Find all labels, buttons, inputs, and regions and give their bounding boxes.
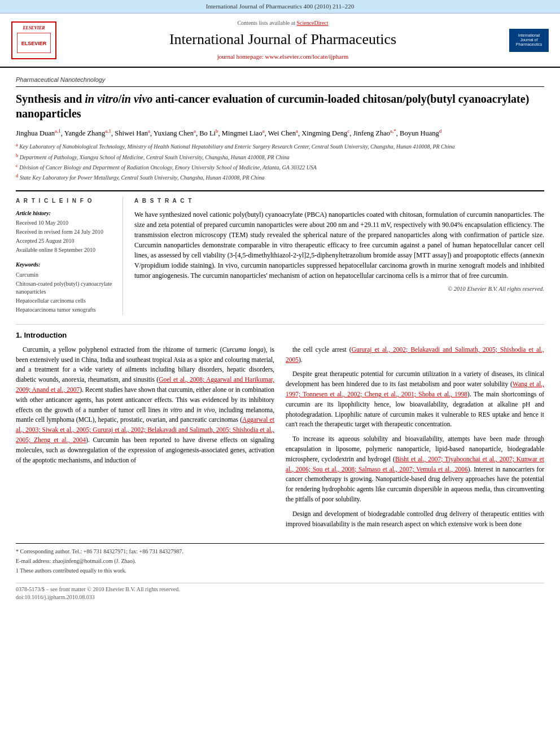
sciencedirect-line: Contents lists available at ScienceDirec… [68, 19, 498, 27]
abstract-body: We have synthesized novel cationic poly(… [134, 209, 544, 281]
abstract-heading: A B S T R A C T [134, 197, 544, 205]
paper-content: Pharmaceutical Nanotechnology Synthesis … [0, 68, 560, 612]
fn-email: E-mail address: zhaojinfeng@hotmail.com … [16, 557, 544, 565]
received-date: Received 10 May 2010 [16, 219, 115, 227]
intro-right-text: the cell cycle arrest (Gururaj et al., 2… [286, 345, 544, 530]
intro-section: 1. Introduction Curcumin, a yellow polyp… [16, 324, 544, 534]
intro-left-col: Curcumin, a yellow polyphenol extracted … [16, 345, 274, 534]
intro-para-5: Design and development of biodegradable … [286, 509, 544, 530]
intro-body: Curcumin, a yellow polyphenol extracted … [16, 345, 544, 534]
affiliations: a Key Laboratory of Nanobiological Techn… [16, 142, 544, 182]
article-info-col: A R T I C L E I N F O Article history: R… [16, 197, 123, 315]
ref-wang-1997[interactable]: Wang et al., 1997; Tonnesen et al., 2002… [286, 381, 544, 397]
history-label: Article history: [16, 209, 115, 217]
journal-title-block: Contents lists available at ScienceDirec… [68, 19, 498, 61]
intro-right-col: the cell cycle arrest (Gururaj et al., 2… [286, 345, 544, 534]
ref-aggarwal-2003[interactable]: Aggarwal et al., 2003; Siwak et al., 200… [16, 416, 274, 443]
ref-goel-2008[interactable]: Goel et al., 2008; Aggarwal and Harikuma… [16, 376, 274, 393]
journal-title-main: International Journal of Pharmaceutics [68, 29, 498, 50]
abstract-col: A B S T R A C T We have synthesized nove… [134, 197, 544, 315]
fn-equal-contrib: 1 These authors contributed equally to t… [16, 566, 544, 575]
intro-para-4: To increase its aqueous solubility and b… [286, 434, 544, 505]
intro-para-1: Curcumin, a yellow polyphenol extracted … [16, 345, 274, 466]
elsevier-tree-icon: ELSEVIER [17, 33, 51, 53]
affil-d: d State Key Laboratory for Power Metallu… [16, 173, 544, 182]
journal-logo-text: InternationalJournal ofPharmaceutics [511, 33, 546, 47]
article-info-abstract: A R T I C L E I N F O Article history: R… [16, 190, 544, 315]
issn-line: 0378-5173/$ – see front matter © 2010 El… [16, 586, 544, 593]
elsevier-logo: ELSEVIER ELSEVIER [11, 21, 56, 59]
copyright-line: © 2010 Elsevier B.V. All rights reserved… [134, 285, 544, 294]
abstract-text: We have synthesized novel cationic poly(… [134, 209, 544, 281]
ref-gururaj-2002[interactable]: Gururaj et al., 2002; Belakavadi and Sal… [286, 346, 544, 363]
intro-para-2: the cell cycle arrest (Gururaj et al., 2… [286, 345, 544, 365]
keywords-section: Keywords: Curcumin Chitosan-coated poly(… [16, 261, 115, 314]
journal-homepage-line: journal homepage: www.elsevier.com/locat… [68, 53, 498, 61]
revised-date: Received in revised form 24 July 2010 [16, 228, 115, 236]
intro-para-3: Despite great therapeutic potential for … [286, 369, 544, 430]
footer-notes: * Corresponding author. Tel.: +86 731 84… [16, 543, 544, 575]
affil-c: c Division of Cancer Biology and Departm… [16, 163, 544, 172]
intro-heading: 1. Introduction [16, 330, 544, 340]
journal-logo-right: InternationalJournal ofPharmaceutics [509, 29, 549, 52]
article-history: Article history: Received 10 May 2010 Re… [16, 209, 115, 254]
authors-line: Jinghua Duana,1, Yangde Zhanga,1, Shiwei… [16, 128, 544, 139]
accepted-date: Accepted 25 August 2010 [16, 237, 115, 245]
journal-homepage-url[interactable]: www.elsevier.com/locate/ijpharm [265, 53, 349, 60]
paper-title: Synthesis and in vitro/in vivo anti-canc… [16, 91, 544, 121]
intro-left-text: Curcumin, a yellow polyphenol extracted … [16, 345, 274, 466]
journal-reference-bar: International Journal of Pharmaceutics 4… [0, 0, 560, 14]
journal-logo-box: InternationalJournal ofPharmaceutics [509, 29, 549, 52]
journal-reference-text: International Journal of Pharmaceutics 4… [206, 3, 354, 10]
ref-bisht-2007[interactable]: Bisht et al., 2007; Tiyaboonchai et al.,… [286, 456, 544, 473]
keyword-2: Chitosan-coated poly(butyl) cyanoacrylat… [16, 280, 115, 296]
affil-b: b Department of Pathology, Xiangya Schoo… [16, 152, 544, 161]
elsevier-logo-box: ELSEVIER ELSEVIER [11, 21, 56, 59]
online-date: Available online 8 September 2010 [16, 246, 115, 254]
keyword-4: Hepatocarcinoma tumor xenografts [16, 306, 115, 314]
affil-a: a Key Laboratory of Nanobiological Techn… [16, 142, 544, 151]
section-tag: Pharmaceutical Nanotechnology [16, 76, 544, 86]
keywords-label: Keywords: [16, 261, 115, 269]
keyword-1: Curcumin [16, 271, 115, 279]
sciencedirect-link[interactable]: ScienceDirect [296, 20, 328, 26]
footer-bar: 0378-5173/$ – see front matter © 2010 El… [16, 583, 544, 601]
journal-header: ELSEVIER ELSEVIER Contents lists availab… [0, 14, 560, 68]
article-info-heading: A R T I C L E I N F O [16, 197, 115, 205]
svg-text:ELSEVIER: ELSEVIER [21, 41, 47, 46]
keyword-3: Hepatocellular carcinoma cells [16, 297, 115, 305]
fn-corresponding: * Corresponding author. Tel.: +86 731 84… [16, 547, 544, 556]
doi-line: doi:10.1016/j.ijpharm.2010.08.033 [16, 593, 544, 601]
